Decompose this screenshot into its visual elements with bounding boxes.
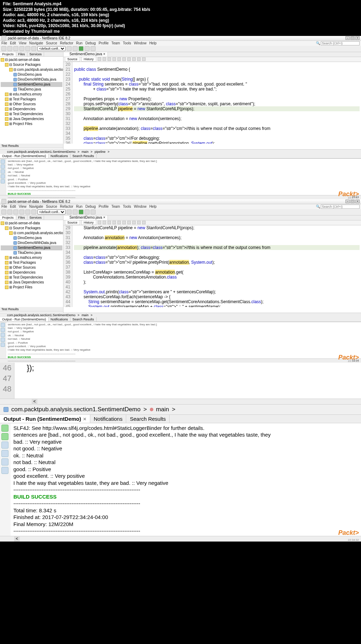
new-project-icon[interactable]	[7, 46, 12, 51]
tree-node[interactable]: SentimentDemo.java	[1, 245, 62, 250]
wrap-icon[interactable]	[1, 338, 5, 342]
editor-tool-icon[interactable]	[142, 221, 146, 224]
debug-icon[interactable]	[85, 210, 90, 214]
code-lines[interactable]: public class SentimentDemo { public stat…	[73, 62, 361, 144]
build-icon[interactable]	[67, 210, 72, 214]
profile-icon[interactable]	[91, 210, 96, 214]
menu-source[interactable]: Source	[46, 41, 57, 45]
code-editor[interactable]: 2930313233343536373839404142434445 Stanf…	[63, 225, 361, 307]
tree-node[interactable]: ⊟ com.packtpub.analysis.section1	[1, 231, 62, 236]
tree-node[interactable]: ⊞ Project Files	[1, 285, 62, 290]
source-button[interactable]: Source	[65, 220, 80, 225]
config-select[interactable]: <default confi...	[37, 210, 66, 214]
tree-node[interactable]: SentimentDemo.java	[1, 82, 62, 87]
bc-method[interactable]: main	[81, 150, 88, 154]
close-button[interactable]: ×	[355, 200, 360, 203]
maximize-button[interactable]: □	[350, 200, 355, 203]
menu-help[interactable]: Help	[149, 205, 157, 208]
horizontal-scrollbar[interactable]: <	[0, 399, 361, 404]
tree-node[interactable]: TikaDemo.java	[1, 87, 62, 92]
profile-icon[interactable]	[91, 46, 96, 51]
minimize-button[interactable]: –	[345, 200, 350, 203]
code-lines[interactable]: });	[14, 363, 361, 399]
history-button[interactable]: History	[81, 57, 96, 62]
scroll-left-icon[interactable]: <	[14, 536, 20, 542]
output-console[interactable]: sentences are [bad., not good., ok., not…	[6, 159, 361, 195]
search-input[interactable]	[321, 41, 360, 45]
editor-tool-icon[interactable]	[132, 57, 136, 61]
maximize-button[interactable]: □	[350, 36, 355, 40]
close-icon[interactable]: ×	[103, 215, 105, 220]
stop-icon[interactable]	[1, 442, 8, 449]
tree-node[interactable]: TikaDemo.java	[1, 250, 62, 255]
menu-team[interactable]: Team	[111, 205, 120, 208]
tree-node[interactable]: ⊞ Project Files	[1, 121, 62, 126]
tree-node[interactable]: ⊟ Source Packages	[1, 226, 62, 231]
menu-edit[interactable]: Edit	[10, 41, 16, 45]
project-tree[interactable]: ⊟ packt-sense-of-data⊟ Source Packages⊟ …	[0, 57, 63, 144]
stop-icon[interactable]	[1, 169, 5, 174]
run-icon[interactable]	[79, 210, 84, 214]
editor-tool-icon[interactable]	[98, 221, 101, 224]
quick-search[interactable]: 🔍	[316, 41, 360, 45]
tab-sentimentdemo[interactable]: SentimentDemo.java×	[63, 215, 108, 220]
panel-tab-services[interactable]: Services	[27, 52, 44, 56]
tree-node[interactable]: DinoDemo.java	[1, 72, 62, 77]
menu-refactor[interactable]: Refactor	[60, 205, 73, 208]
new-file-icon[interactable]	[1, 46, 6, 51]
tree-node[interactable]: ⊞ Test Dependencies	[1, 275, 62, 280]
tree-node[interactable]: ⊞ Test Packages	[1, 97, 62, 102]
clear-icon[interactable]	[1, 179, 5, 183]
editor-tool-icon[interactable]	[103, 221, 106, 224]
menu-debug[interactable]: Debug	[85, 41, 96, 45]
tree-node[interactable]: DinoDemoWithData.java	[1, 77, 62, 82]
save-all-icon[interactable]	[19, 46, 24, 51]
menu-tools[interactable]: Tools	[123, 205, 131, 208]
output-console[interactable]: SLF4J: See http://www.slf4j.org/codes.ht…	[11, 423, 361, 536]
menu-window[interactable]: Window	[134, 205, 147, 208]
panel-tab-files[interactable]: Files	[16, 215, 27, 220]
debug-icon[interactable]	[85, 46, 90, 51]
bc-var[interactable]: pipeline	[94, 150, 105, 154]
redo-icon[interactable]	[31, 210, 36, 214]
menu-window[interactable]: Window	[134, 41, 147, 45]
undo-icon[interactable]	[25, 46, 30, 51]
stop-icon[interactable]	[1, 333, 5, 337]
menu-help[interactable]: Help	[149, 41, 157, 45]
tree-node[interactable]: DinoDemo.java	[1, 236, 62, 240]
save-all-icon[interactable]	[19, 210, 24, 214]
wrap-icon[interactable]	[1, 458, 8, 465]
menu-file[interactable]: File	[1, 205, 7, 208]
close-icon[interactable]: ×	[83, 416, 86, 422]
editor-tool-icon[interactable]	[103, 57, 106, 61]
editor-tool-icon[interactable]	[127, 57, 131, 61]
tree-node[interactable]: ⊟ com.packtpub.analysis.section1	[1, 67, 62, 72]
menu-team[interactable]: Team	[111, 41, 120, 45]
code-lines[interactable]: StanfordCoreNLP pipeline = new StanfordC…	[73, 225, 361, 307]
editor-tool-icon[interactable]	[142, 57, 146, 61]
tree-node[interactable]: ⊞ Test Dependencies	[1, 112, 62, 117]
menu-navigate[interactable]: Navigate	[29, 41, 43, 45]
tree-node[interactable]: ⊞ Other Sources	[1, 102, 62, 107]
panel-tab-files[interactable]: Files	[16, 52, 27, 56]
output-console[interactable]: sentences are [bad., not good., ok., not…	[6, 322, 361, 358]
tree-node[interactable]: ⊟ packt-sense-of-data	[1, 221, 62, 226]
menu-profile[interactable]: Profile	[99, 205, 109, 208]
tree-node[interactable]: ⊞ Dependencies	[1, 270, 62, 275]
rerun-failed-icon[interactable]	[1, 328, 5, 332]
menu-view[interactable]: View	[19, 205, 26, 208]
undo-icon[interactable]	[25, 210, 30, 214]
output-tab[interactable]: Search Results	[71, 317, 97, 321]
editor-tool-icon[interactable]	[137, 221, 141, 224]
editor-tool-icon[interactable]	[137, 57, 141, 61]
quick-search[interactable]: 🔍	[316, 205, 360, 209]
output-tab[interactable]: Notifications	[49, 317, 71, 321]
tree-node[interactable]: DinoDemoWithData.java	[1, 240, 62, 245]
tree-node[interactable]: ⊟ packt-sense-of-data	[1, 57, 62, 62]
bc-class[interactable]: com.packtpub.analysis.section1.Sentiment…	[7, 313, 75, 317]
tree-node[interactable]: ⊞ edu.mathcs.emory	[1, 92, 62, 97]
tab-search-results[interactable]: Search Results	[126, 415, 170, 423]
editor-tool-icon[interactable]	[112, 221, 116, 224]
bc-method[interactable]: main	[156, 406, 169, 413]
editor-tool-icon[interactable]	[112, 57, 116, 61]
